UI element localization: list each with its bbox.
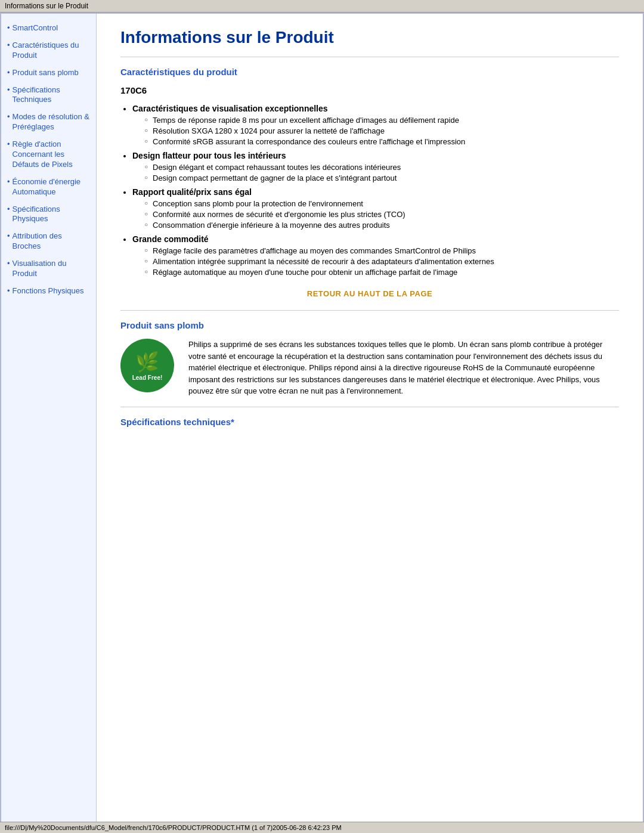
feature-3-item-2: Conformité aux normes de sécurité et d'e… <box>144 210 619 219</box>
sidebar-link-smartcontrol[interactable]: SmartControl <box>13 23 58 33</box>
sidebar-item-modes-resolution[interactable]: • Modes de résolution & Préréglages <box>7 112 90 136</box>
section-specifications: Spécifications techniques* <box>120 417 619 427</box>
feature-4-item-3: Réglage automatique au moyen d'une touch… <box>144 268 619 277</box>
feature-3-title: Rapport qualité/prix sans égal <box>132 187 252 197</box>
sidebar-link-caracteristiques[interactable]: Caractéristiques du Produit <box>13 41 90 61</box>
bullet-icon: • <box>7 259 10 268</box>
feature-2-item-1: Design élégant et compact rehaussant tou… <box>144 163 619 172</box>
feature-2-title: Design flatteur pour tous les intérieurs <box>132 151 286 160</box>
sidebar-item-produit-sans-plomb[interactable]: • Produit sans plomb <box>7 68 90 82</box>
feature-4-title: Grande commodité <box>132 234 209 244</box>
sidebar-link-economie-energie[interactable]: Économie d'énergie Automatique <box>13 177 90 197</box>
feature-1-title: Caractéristiques de visualisation except… <box>132 104 328 113</box>
title-bar-text: Informations sur le Produit <box>5 2 88 10</box>
main-content: Informations sur le Produit Caractéristi… <box>97 14 643 822</box>
sidebar-link-broches[interactable]: Attribution des Broches <box>13 231 90 252</box>
sidebar-item-spec-physiques[interactable]: • Spécifications Physiques <box>7 205 90 228</box>
divider-3 <box>120 407 619 407</box>
sidebar-item-defauts-pixels[interactable]: • Règle d'action Concernant les Défauts … <box>7 140 90 174</box>
sidebar-link-produit-sans-plomb[interactable]: Produit sans plomb <box>13 68 79 78</box>
leaf-icon: 🌿 <box>135 351 159 373</box>
bullet-icon: • <box>7 112 10 121</box>
bullet-icon: • <box>7 23 10 32</box>
page-title: Informations sur le Produit <box>120 28 619 47</box>
section-title-specifications: Spécifications techniques* <box>120 417 619 427</box>
section-title-caracteristiques: Caractéristiques du produit <box>120 67 619 77</box>
sidebar-item-economie-energie[interactable]: • Économie d'énergie Automatique <box>7 177 90 201</box>
feature-1-item-3: Conformité sRGB assurant la correspondan… <box>144 137 619 146</box>
sidebar-item-spec-techniques[interactable]: • Spécifications Techniques <box>7 85 90 109</box>
bullet-icon: • <box>7 41 10 49</box>
bullet-icon: • <box>7 177 10 186</box>
feature-3: Rapport qualité/prix sans égal Conceptio… <box>132 187 619 230</box>
bullet-icon: • <box>7 68 10 77</box>
bullet-icon: • <box>7 140 10 148</box>
features-list: Caractéristiques de visualisation except… <box>132 104 619 277</box>
status-bar: file:///D|/My%20Documents/dfu/C6_Model/f… <box>0 822 644 823</box>
divider-2 <box>120 310 619 311</box>
sidebar-link-modes-resolution[interactable]: Modes de résolution & Préréglages <box>13 112 90 132</box>
sidebar-link-spec-physiques[interactable]: Spécifications Physiques <box>13 205 90 225</box>
bullet-icon: • <box>7 205 10 213</box>
feature-4-subitems: Réglage facile des paramètres d'affichag… <box>144 246 619 277</box>
sidebar: • SmartControl • Caractéristiques du Pro… <box>1 14 97 822</box>
feature-4-item-2: Alimentation intégrée supprimant la néce… <box>144 257 619 266</box>
sidebar-link-fonctions-physiques[interactable]: Fonctions Physiques <box>13 286 84 296</box>
bullet-icon: • <box>7 286 10 295</box>
feature-2-subitems: Design élégant et compact rehaussant tou… <box>144 163 619 182</box>
sidebar-link-visualisation[interactable]: Visualisation du Produit <box>13 259 90 279</box>
feature-3-item-1: Conception sans plomb pour la protection… <box>144 199 619 208</box>
feature-3-subitems: Conception sans plomb pour la protection… <box>144 199 619 230</box>
feature-2-item-2: Design compact permettant de gagner de l… <box>144 174 619 182</box>
lead-free-logo: 🌿 Lead Free! <box>120 339 174 392</box>
bullet-icon: • <box>7 85 10 94</box>
divider-1 <box>120 57 619 57</box>
sidebar-item-fonctions-physiques[interactable]: • Fonctions Physiques <box>7 286 90 300</box>
section-title-produit-sans-plomb: Produit sans plomb <box>120 320 619 330</box>
section-caracteristiques: Caractéristiques du produit 170C6 Caract… <box>120 67 619 298</box>
feature-1: Caractéristiques de visualisation except… <box>132 104 619 146</box>
model-name: 170C6 <box>120 85 619 95</box>
retour-anchor[interactable]: RETOUR AU HAUT DE LA PAGE <box>307 289 432 298</box>
sidebar-item-caracteristiques[interactable]: • Caractéristiques du Produit <box>7 41 90 64</box>
feature-4: Grande commodité Réglage facile des para… <box>132 234 619 277</box>
lead-free-logo-text: Lead Free! <box>132 374 163 381</box>
lead-free-section: 🌿 Lead Free! Philips a supprimé de ses é… <box>120 339 619 397</box>
feature-1-item-1: Temps de réponse rapide 8 ms pour un exc… <box>144 116 619 125</box>
feature-3-item-3: Consommation d'énergie inférieure à la m… <box>144 221 619 230</box>
section-produit-sans-plomb: Produit sans plomb 🌿 Lead Free! Philips … <box>120 320 619 397</box>
sidebar-link-spec-techniques[interactable]: Spécifications Techniques <box>13 85 90 106</box>
feature-1-subitems: Temps de réponse rapide 8 ms pour un exc… <box>144 116 619 146</box>
bullet-icon: • <box>7 231 10 240</box>
sidebar-item-visualisation[interactable]: • Visualisation du Produit <box>7 259 90 283</box>
produit-sans-plomb-text: Philips a supprimé de ses écrans les sub… <box>188 339 619 397</box>
sidebar-item-broches[interactable]: • Attribution des Broches <box>7 231 90 255</box>
feature-4-item-1: Réglage facile des paramètres d'affichag… <box>144 246 619 255</box>
title-bar: Informations sur le Produit <box>0 0 644 13</box>
feature-2: Design flatteur pour tous les intérieurs… <box>132 151 619 182</box>
sidebar-link-defauts-pixels[interactable]: Règle d'action Concernant les Défauts de… <box>13 140 90 170</box>
feature-1-item-2: Résolution SXGA 1280 x 1024 pour assurer… <box>144 126 619 135</box>
retour-link[interactable]: RETOUR AU HAUT DE LA PAGE <box>120 289 619 298</box>
sidebar-item-smartcontrol[interactable]: • SmartControl <box>7 23 90 37</box>
